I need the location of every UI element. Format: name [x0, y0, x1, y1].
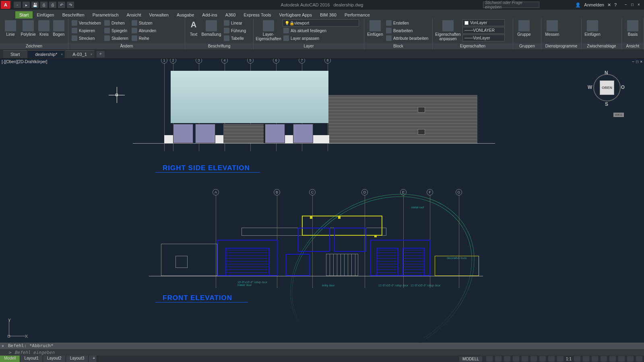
file-tab-a03[interactable]: A-03_1× [65, 50, 94, 58]
panel-groups-label[interactable]: Gruppen [513, 43, 541, 49]
help-icon[interactable]: ? [614, 2, 617, 7]
cycling-toggle[interactable] [557, 356, 564, 362]
app-logo[interactable]: A [1, 1, 10, 9]
lineweight-dropdown[interactable]: ─── VonLayer [462, 35, 505, 41]
qat-open-icon[interactable]: ▸ [23, 2, 30, 8]
fillet-button[interactable]: Abrunden [131, 27, 157, 34]
workspace-toggle[interactable] [574, 356, 580, 362]
lweight-toggle[interactable] [539, 356, 546, 362]
tab-addins[interactable]: Add-ins [198, 11, 221, 19]
create-block-button[interactable]: Erstellen [385, 19, 429, 27]
quickprops-toggle[interactable] [601, 356, 607, 362]
panel-props-label[interactable]: Eigenschaften [433, 43, 513, 49]
make-current-button[interactable]: Als aktuell festlegen [283, 27, 361, 34]
hardware-accel-toggle[interactable] [618, 356, 625, 362]
mirror-button[interactable]: Spiegeln [103, 27, 129, 34]
otrack-toggle[interactable] [530, 356, 537, 362]
transparency-toggle[interactable] [548, 356, 555, 362]
linetype-dropdown[interactable]: ─── VONLAYER [462, 27, 505, 34]
group-button[interactable]: Gruppe [516, 19, 533, 37]
anno-scale-label[interactable]: 1:1 [566, 357, 572, 361]
panel-draw-label[interactable]: Zeichnen [0, 43, 68, 49]
new-tab-button[interactable]: + [97, 51, 105, 58]
panel-clip-label[interactable]: Zwischenablage [582, 43, 621, 49]
osnap-toggle[interactable] [522, 356, 528, 362]
customize-status-button[interactable] [636, 356, 642, 362]
tab-start[interactable]: Start [15, 11, 33, 19]
scale-button[interactable]: Skalieren [103, 35, 129, 42]
move-button[interactable]: Verschieben [71, 19, 102, 27]
layer-props-button[interactable]: Layer- Eigenschaften [256, 19, 281, 41]
grid-toggle[interactable] [486, 356, 493, 362]
vp-min-button[interactable]: − [632, 60, 634, 64]
circle-button[interactable]: Kreis [38, 19, 50, 37]
panel-view-label[interactable]: Ansicht [622, 43, 644, 49]
viewcube-south[interactable]: S [605, 101, 608, 107]
dimension-button[interactable]: Bemaßung [201, 19, 221, 37]
table-button[interactable]: Tabelle [223, 35, 247, 42]
text-button[interactable]: AText [188, 19, 200, 37]
line-button[interactable]: Linie [2, 19, 19, 37]
panel-block-label[interactable]: Block [364, 43, 432, 49]
snap-toggle[interactable] [495, 356, 502, 362]
panel-annot-label[interactable]: Beschriftung [185, 43, 253, 49]
vp-close-button[interactable]: × [640, 60, 642, 64]
viewcube-east[interactable]: O [621, 84, 625, 90]
panel-modify-label[interactable]: Ändern [68, 43, 185, 49]
add-layout-button[interactable]: + [89, 356, 97, 362]
close-tab-icon[interactable]: × [91, 52, 93, 56]
viewport-label[interactable]: [-][Oben][2D-Drahtkörper] [2, 60, 47, 64]
paste-button[interactable]: Einfügen [584, 19, 601, 37]
panel-layer-label[interactable]: Layer [254, 43, 364, 49]
qat-redo-icon[interactable]: ↷ [67, 2, 74, 8]
tab-ausgabe[interactable]: Ausgabe [173, 11, 198, 19]
signin-icon[interactable]: 👤 [575, 2, 581, 8]
command-input[interactable]: Befehl eingeben [0, 349, 644, 356]
layer-dropdown[interactable]: 💡🔒 viewport [283, 19, 359, 27]
arc-button[interactable]: Bogen [52, 19, 66, 37]
view-cube[interactable]: OBEN N S W O [584, 64, 628, 109]
measure-button[interactable]: Messen [544, 19, 561, 37]
layout-tab-3[interactable]: Layout3 [66, 356, 89, 362]
ortho-toggle[interactable] [504, 356, 510, 362]
file-tab-dealership[interactable]: dealership*× [28, 50, 64, 58]
panel-utils-label[interactable]: Dienstprogramme [541, 43, 581, 49]
viewcube-west[interactable]: W [588, 84, 592, 90]
units-toggle[interactable] [592, 356, 598, 362]
tab-einfuegen[interactable]: Einfügen [33, 11, 58, 19]
match-props-button[interactable]: Eigenschaften anpassen [435, 19, 461, 41]
qat-saveas-icon[interactable]: ⎙ [40, 2, 47, 8]
layout-tab-model[interactable]: Modell [0, 356, 20, 362]
close-button[interactable]: × [636, 2, 642, 7]
close-tab-icon[interactable]: × [61, 52, 63, 56]
color-dropdown[interactable]: VonLayer [462, 19, 505, 26]
vp-max-button[interactable]: □ [636, 60, 638, 64]
wcs-label[interactable]: WKS [613, 113, 624, 117]
leader-button[interactable]: Führung [223, 27, 247, 34]
file-tab-start[interactable]: Start [3, 50, 27, 58]
tab-performance[interactable]: Performance [341, 11, 374, 19]
layout-tab-1[interactable]: Layout1 [20, 356, 43, 362]
qat-undo-icon[interactable]: ↶ [58, 2, 65, 8]
polar-toggle[interactable] [513, 356, 519, 362]
insert-block-button[interactable]: Einfügen [367, 19, 384, 37]
tab-express[interactable]: Express Tools [239, 11, 275, 19]
polyline-button[interactable]: Polylinie [20, 19, 36, 37]
edit-attr-button[interactable]: Attribute bearbeiten [385, 35, 429, 42]
trim-button[interactable]: Stutzen [131, 19, 157, 27]
viewcube-top-face[interactable]: OBEN [600, 80, 614, 95]
model-space-label[interactable]: MODELL [459, 356, 482, 362]
qat-print-icon[interactable]: ⎙ [49, 2, 56, 8]
stretch-button[interactable]: Strecken [71, 35, 102, 42]
maximize-button[interactable]: □ [630, 2, 635, 7]
exchange-icon[interactable]: ✕ [607, 2, 611, 8]
signin-label[interactable]: Anmelden [584, 2, 604, 7]
copy-button[interactable]: Kopieren [71, 27, 102, 34]
tab-ansicht[interactable]: Ansicht [123, 11, 145, 19]
drawing-canvas[interactable]: [-][Oben][2D-Drahtkörper] − □ × OBEN N S… [0, 59, 644, 343]
clean-screen-toggle[interactable] [627, 356, 634, 362]
help-search-input[interactable]: Stichwort oder Frage eingeben [483, 2, 539, 8]
tab-apps[interactable]: Verfügbare Apps [275, 11, 316, 19]
linear-dim-button[interactable]: Linear [223, 19, 247, 27]
base-view-button[interactable]: Basis [624, 19, 641, 37]
